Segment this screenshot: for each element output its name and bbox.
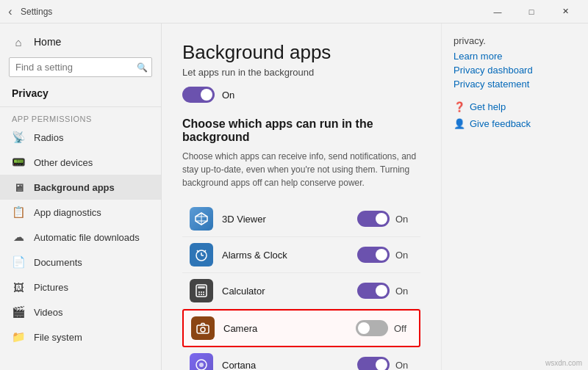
app-toggle-label-3d-viewer: On (395, 214, 413, 225)
section-heading: Choose which apps can run in the backgro… (182, 117, 420, 144)
background-apps-label: Background apps (34, 182, 115, 193)
app-toggle-cortana[interactable] (357, 357, 390, 370)
app-row-3d-viewer: 3D Viewer On (182, 201, 420, 237)
sidebar-item-documents[interactable]: 📄 Documents (0, 250, 161, 275)
svg-point-15 (201, 294, 202, 295)
svg-point-20 (199, 363, 204, 367)
app-toggle-label-camera: Off (394, 323, 412, 334)
page-title: Background apps (182, 41, 420, 64)
sidebar-item-background-apps[interactable]: 🖥 Background apps (0, 175, 161, 200)
app-toggle-area-3d-viewer: On (357, 211, 413, 227)
give-feedback-link[interactable]: 👤 Give feedback (453, 118, 576, 129)
sidebar-item-home[interactable]: ⌂ Home (0, 29, 161, 54)
main-content: Background apps Let apps run in the back… (162, 23, 588, 370)
app-diagnostics-label: App diagnostics (34, 207, 101, 218)
svg-point-12 (201, 291, 202, 293)
privacy-label: Privacy (0, 83, 161, 104)
app-toggle-label-cortana: On (395, 360, 413, 371)
app-icon-calculator (190, 279, 213, 302)
documents-label: Documents (34, 257, 82, 268)
main-toggle-row: On (182, 87, 420, 103)
svg-rect-10 (198, 286, 205, 289)
page-subtitle: Let apps run in the background (182, 67, 420, 78)
divider (0, 106, 161, 107)
get-help-label: Get help (470, 101, 506, 112)
app-toggle-area-camera: Off (356, 320, 412, 336)
app-toggle-label-alarms: On (395, 250, 413, 261)
app-row-cortana: Cortana On (182, 347, 420, 370)
other-devices-icon: 📟 (12, 156, 25, 169)
watermark: wsxdn.com (545, 359, 582, 367)
main-toggle[interactable] (182, 87, 215, 103)
title-bar: ‹ Settings — □ ✕ (0, 0, 588, 23)
right-panel: privacy. Learn more Privacy dashboard Pr… (441, 23, 588, 370)
toggle-knob (376, 359, 387, 370)
app-toggle-3d-viewer[interactable] (357, 211, 390, 227)
svg-point-16 (203, 294, 204, 295)
toggle-knob (376, 285, 387, 297)
app-row-camera: Camera Off (182, 309, 420, 347)
auto-downloads-label: Automatic file downloads (34, 232, 140, 243)
other-devices-label: Other devices (34, 157, 93, 168)
section-desc: Choose which apps can receive info, send… (182, 150, 420, 189)
give-feedback-label: Give feedback (470, 118, 531, 129)
radios-icon: 📡 (12, 131, 25, 144)
toggle-knob (376, 213, 387, 225)
app-toggle-label-calculator: On (395, 286, 413, 297)
window-controls: — □ ✕ (481, 0, 582, 23)
app-name-3d-viewer: 3D Viewer (222, 214, 357, 225)
home-icon: ⌂ (12, 35, 25, 48)
privacy-statement-link[interactable]: Privacy statement (453, 79, 576, 90)
app-toggle-camera[interactable] (356, 320, 388, 336)
title-bar-left: ‹ Settings (6, 7, 52, 17)
app-permissions-label: App permissions (0, 110, 161, 125)
app-toggle-alarms[interactable] (357, 247, 390, 263)
toggle-knob (358, 322, 370, 334)
toggle-knob (376, 249, 387, 261)
learn-more-link[interactable]: Learn more (453, 51, 576, 62)
search-box: 🔍 (9, 57, 152, 77)
main-toggle-label: On (222, 90, 234, 101)
content-area: Background apps Let apps run in the back… (162, 23, 441, 370)
search-input[interactable] (9, 57, 152, 77)
app-name-camera: Camera (223, 323, 356, 334)
sidebar-item-file-system[interactable]: 📁 File system (0, 324, 161, 349)
file-system-icon: 📁 (12, 330, 25, 344)
sidebar-item-pictures[interactable]: 🖼 Pictures (0, 275, 161, 300)
app-row-calculator: Calculator On (182, 273, 420, 309)
home-label: Home (34, 36, 61, 48)
close-button[interactable]: ✕ (548, 0, 582, 23)
get-help-link[interactable]: ❓ Get help (453, 101, 576, 112)
app-title: Settings (21, 7, 52, 17)
app-container: ⌂ Home 🔍 Privacy App permissions 📡 Radio… (0, 23, 588, 370)
documents-icon: 📄 (12, 255, 25, 269)
back-button[interactable]: ‹ (6, 7, 15, 16)
svg-point-18 (201, 327, 205, 332)
app-toggle-calculator[interactable] (357, 283, 390, 299)
app-name-alarms: Alarms & Clock (222, 250, 357, 261)
app-icon-cortana (190, 353, 213, 370)
radios-label: Radios (34, 132, 63, 143)
search-icon: 🔍 (137, 62, 148, 73)
minimize-button[interactable]: — (481, 0, 514, 23)
toggle-knob (201, 89, 212, 101)
privacy-dashboard-link[interactable]: Privacy dashboard (453, 65, 576, 76)
pictures-icon: 🖼 (12, 280, 25, 294)
give-feedback-icon: 👤 (453, 118, 465, 129)
sidebar-item-app-diagnostics[interactable]: 📋 App diagnostics (0, 200, 161, 225)
videos-icon: 🎬 (12, 305, 25, 319)
sidebar-item-other-devices[interactable]: 📟 Other devices (0, 150, 161, 175)
auto-downloads-icon: ☁ (12, 231, 25, 244)
app-row-alarms: Alarms & Clock On (182, 237, 420, 273)
sidebar-item-videos[interactable]: 🎬 Videos (0, 300, 161, 324)
maximize-button[interactable]: □ (514, 0, 548, 23)
sidebar-item-radios[interactable]: 📡 Radios (0, 125, 161, 150)
pictures-label: Pictures (34, 282, 68, 293)
app-name-cortana: Cortana (222, 360, 357, 371)
svg-point-14 (198, 294, 200, 295)
app-toggle-area-cortana: On (357, 357, 413, 370)
sidebar-item-automatic-file-downloads[interactable]: ☁ Automatic file downloads (0, 225, 161, 250)
app-icon-camera (191, 316, 215, 340)
help-section: ❓ Get help 👤 Give feedback (453, 101, 576, 129)
videos-label: Videos (34, 307, 63, 318)
